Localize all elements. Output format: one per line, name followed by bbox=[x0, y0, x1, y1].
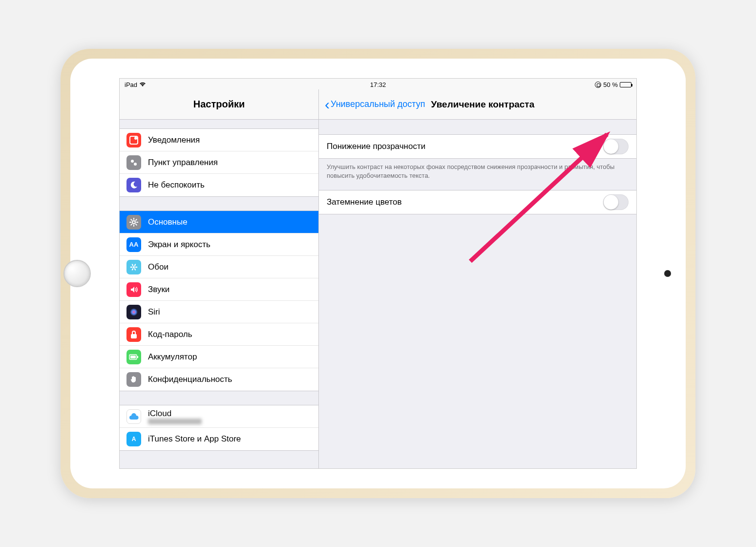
sidebar-item-notif[interactable]: Уведомления bbox=[120, 129, 318, 151]
batt-icon bbox=[126, 350, 141, 364]
siri-icon bbox=[126, 305, 141, 319]
svg-point-2 bbox=[131, 160, 134, 163]
sound-icon bbox=[126, 282, 141, 297]
sidebar-item-lock[interactable]: Код-пароль bbox=[120, 323, 318, 346]
sidebar-item-cloud[interactable]: iCloud bbox=[120, 405, 318, 428]
svg-text:A: A bbox=[132, 436, 136, 442]
battery-pct: 50 % bbox=[603, 81, 618, 88]
wifi-icon bbox=[139, 81, 146, 88]
settings-sidebar: Настройки УведомленияПункт управленияНе … bbox=[120, 89, 319, 468]
hand-icon bbox=[126, 372, 141, 387]
sidebar-group: УведомленияПункт управленияНе беспокоить bbox=[120, 128, 318, 197]
ipad-bezel: iPad 17:32 50 % Настройки УведомленияПун… bbox=[70, 59, 686, 488]
status-right: 50 % bbox=[595, 81, 631, 88]
svg-point-20 bbox=[130, 308, 138, 316]
cloud-icon bbox=[126, 409, 141, 424]
svg-line-8 bbox=[131, 224, 132, 225]
detail-title: Увеличение контраста bbox=[431, 99, 535, 110]
detail-group-1: Понижение прозрачности bbox=[319, 134, 636, 159]
moon-icon bbox=[126, 178, 141, 192]
carrier-label: iPad bbox=[125, 81, 137, 88]
front-camera bbox=[664, 270, 671, 277]
sidebar-item-label: Код-пароль bbox=[148, 330, 192, 339]
sidebar-item-gear[interactable]: Основные bbox=[120, 211, 318, 233]
svg-point-1 bbox=[134, 137, 137, 140]
svg-rect-23 bbox=[130, 356, 136, 358]
sidebar-item-label: Основные bbox=[148, 217, 188, 227]
ipad-device-frame: iPad 17:32 50 % Настройки УведомленияПун… bbox=[61, 49, 695, 498]
sidebar-item-moon[interactable]: Не беспокоить bbox=[120, 174, 318, 196]
svg-point-14 bbox=[135, 266, 138, 267]
detail-pane: ‹ Универсальный доступ Увеличение контра… bbox=[319, 89, 636, 468]
sidebar-item-siri[interactable]: Siri bbox=[120, 301, 318, 323]
svg-rect-21 bbox=[131, 334, 137, 338]
screen: iPad 17:32 50 % Настройки УведомленияПун… bbox=[119, 78, 637, 469]
svg-rect-24 bbox=[137, 356, 138, 358]
appstore-icon: A bbox=[126, 432, 141, 446]
detail-group-2: Затемнение цветов bbox=[319, 190, 636, 214]
svg-point-19 bbox=[134, 263, 136, 266]
sidebar-item-label: Уведомления bbox=[148, 135, 200, 145]
status-carrier: iPad bbox=[125, 81, 146, 88]
sidebar-item-label: Пункт управления bbox=[148, 158, 218, 168]
home-button[interactable] bbox=[63, 260, 91, 287]
battery-icon bbox=[620, 82, 631, 87]
svg-point-13 bbox=[133, 266, 135, 268]
reduce-transparency-row[interactable]: Понижение прозрачности bbox=[319, 135, 636, 158]
sidebar-item-label: Не беспокоить bbox=[148, 180, 205, 190]
sidebar-item-label: Экран и яркость bbox=[148, 240, 210, 250]
sidebar-item-sound[interactable]: Звуки bbox=[120, 278, 318, 301]
darken-colors-toggle[interactable] bbox=[603, 194, 629, 210]
sidebar-item-label: Обои bbox=[148, 262, 168, 272]
row-label: Затемнение цветов bbox=[327, 197, 402, 207]
sidebar-group: iCloudAiTunes Store и App Store bbox=[120, 405, 318, 451]
darken-colors-row[interactable]: Затемнение цветов bbox=[319, 190, 636, 214]
lock-icon bbox=[126, 327, 141, 342]
status-time: 17:32 bbox=[370, 81, 386, 88]
reduce-transparency-toggle[interactable] bbox=[603, 139, 629, 154]
detail-header: ‹ Универсальный доступ Увеличение контра… bbox=[319, 89, 636, 120]
svg-point-4 bbox=[132, 221, 135, 224]
svg-line-10 bbox=[131, 219, 132, 220]
svg-point-16 bbox=[131, 268, 134, 271]
notif-icon bbox=[126, 133, 141, 147]
back-label: Универсальный доступ bbox=[331, 99, 425, 109]
aa-icon: AA bbox=[126, 237, 141, 252]
sidebar-item-batt[interactable]: Аккумулятор bbox=[120, 346, 318, 368]
sidebar-item-hand[interactable]: Конфиденциальность bbox=[120, 368, 318, 391]
reduce-transparency-note: Улучшить контраст на некоторых фонах пос… bbox=[319, 159, 636, 190]
svg-point-15 bbox=[134, 268, 136, 271]
sidebar-item-label: Аккумулятор bbox=[148, 352, 197, 362]
row-label: Понижение прозрачности bbox=[327, 142, 425, 151]
sidebar-item-aa[interactable]: AAЭкран и яркость bbox=[120, 233, 318, 256]
flower-icon bbox=[126, 260, 141, 274]
status-bar: iPad 17:32 50 % bbox=[120, 79, 636, 89]
sidebar-item-label: iTunes Store и App Store bbox=[148, 434, 241, 444]
split-view: Настройки УведомленияПункт управленияНе … bbox=[120, 89, 636, 468]
sidebar-item-appstore[interactable]: AiTunes Store и App Store bbox=[120, 428, 318, 450]
svg-point-17 bbox=[130, 266, 133, 267]
account-email-redacted bbox=[148, 419, 202, 424]
svg-line-6 bbox=[136, 224, 137, 225]
sidebar-item-label: Конфиденциальность bbox=[148, 375, 232, 384]
svg-point-3 bbox=[134, 163, 137, 166]
sidebar-group: ОсновныеAAЭкран и яркостьОбоиЗвукиSiriКо… bbox=[120, 210, 318, 391]
sidebar-item-label: Siri bbox=[148, 307, 160, 317]
sidebar-item-label: iCloud bbox=[148, 409, 202, 419]
sidebar-item-control[interactable]: Пункт управления bbox=[120, 151, 318, 174]
svg-point-18 bbox=[131, 263, 134, 266]
svg-line-12 bbox=[136, 219, 137, 220]
gear-icon bbox=[126, 215, 141, 230]
sidebar-item-flower[interactable]: Обои bbox=[120, 256, 318, 278]
control-icon bbox=[126, 155, 141, 170]
back-button[interactable]: ‹ Универсальный доступ bbox=[325, 99, 425, 109]
rotation-lock-icon bbox=[595, 82, 601, 88]
detail-body: Понижение прозрачности Улучшить контраст… bbox=[319, 120, 636, 468]
sidebar-item-label: Звуки bbox=[148, 285, 169, 295]
sidebar-title: Настройки bbox=[120, 89, 318, 120]
